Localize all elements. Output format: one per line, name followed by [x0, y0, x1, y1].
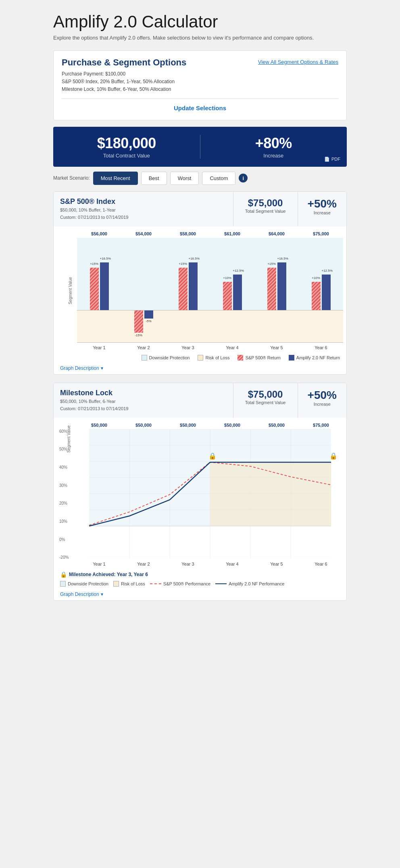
scenario-best-button[interactable]: Best	[141, 172, 167, 185]
sp500-year5-bars: +15% +16.5%	[254, 238, 299, 310]
sp500-bar-top-2: $54,000	[121, 231, 166, 236]
sp500-segment-header: S&P 500® Index $50,000, 10% Buffer, 1-Ye…	[54, 192, 346, 226]
sp500-legend-downside-label: Downside Protection	[149, 355, 190, 360]
contract-value-label: Total Contract Value	[63, 153, 190, 159]
milestone-legend-sp-line	[150, 583, 161, 584]
milestone-increase-label: Increase	[308, 402, 337, 407]
milestone-x-year5: Year 5	[254, 562, 299, 566]
sp500-graph-desc-link[interactable]: Graph Description ▾	[57, 365, 343, 371]
milestone-sub1: $50,000, 10% Buffer, 6-Year	[60, 398, 227, 405]
sp500-legend-nf-label: Amplify 2.0 NF Return	[296, 355, 340, 360]
milestone-chart-wrapper: Segment Value $50,000 $50,000 $50,000 $5…	[57, 423, 343, 566]
sp500-increase: +50%	[308, 197, 337, 210]
sp500-year3-sp-bar: +15%	[179, 268, 188, 310]
update-selections-button[interactable]: Update Selections	[174, 105, 226, 111]
milestone-y-10: 10%	[59, 519, 69, 524]
sp500-sub1: $50,000, 10% Buffer, 1-Year	[60, 207, 227, 214]
sp500-header-left: S&P 500® Index $50,000, 10% Buffer, 1-Ye…	[54, 192, 233, 226]
sp500-legend-risk-box	[198, 355, 203, 361]
milestone-chart-container: Segment Value $50,000 $50,000 $50,000 $5…	[54, 418, 346, 600]
page-title: Amplify 2.0 Calculator	[53, 12, 347, 31]
pdf-label: PDF	[331, 157, 340, 161]
sp500-x-axis: Year 1 Year 2 Year 3 Year 4 Year 5 Year …	[77, 345, 343, 350]
milestone-graph-desc-link[interactable]: Graph Description ▾	[57, 591, 343, 597]
info-icon[interactable]: i	[239, 174, 248, 182]
sp500-year5-nf-bar: +16.5%	[277, 262, 286, 310]
sp500-bar-top-5: $64,000	[254, 231, 299, 236]
purchase-detail-3: Milestone Lock, 10% Buffer, 6-Year, 50% …	[62, 86, 338, 93]
milestone-x-year1: Year 1	[77, 562, 121, 566]
purchase-detail-1: Purchase Payment: $100,000	[62, 70, 338, 78]
milestone-achieved-text: Milestone Achieved: Year 3, Year 6	[69, 572, 148, 577]
sp500-x-year6: Year 6	[299, 345, 343, 350]
milestone-top-4: $50,000	[210, 423, 254, 428]
sp500-legend-downside: Downside Protection	[142, 355, 190, 361]
milestone-segment-name: Milestone Lock	[60, 389, 227, 397]
milestone-top-2: $50,000	[121, 423, 166, 428]
sp500-year4-sp-bar: +10%	[223, 282, 232, 310]
sp500-year2-neg-sp: -15%	[134, 310, 143, 337]
sp500-bar-top-6: $75,000	[299, 231, 343, 236]
sp500-graph-desc-label: Graph Description	[60, 365, 99, 371]
scenario-custom-button[interactable]: Custom	[202, 172, 235, 185]
sp500-x-year4: Year 4	[210, 345, 254, 350]
sp500-year6-bars: +10% +12.5%	[299, 238, 343, 310]
sp500-year3-bars: +15% +16.5%	[166, 238, 210, 310]
sp500-top-values: $56,000 $54,000 $58,000 $61,000 $64,000 …	[77, 231, 343, 236]
scenario-worst-button[interactable]: Worst	[170, 172, 199, 185]
milestone-legend-downside-label: Downside Protection	[68, 581, 108, 586]
milestone-top-6: $75,000	[299, 423, 343, 428]
sp500-x-year3: Year 3	[166, 345, 210, 350]
sp500-year4-nf-bar: +12.5%	[233, 275, 242, 310]
milestone-chart: 60% 50% 40% 30% 20% 10% 0% -20%	[77, 429, 343, 560]
milestone-x-axis: Year 1 Year 2 Year 3 Year 4 Year 5 Year …	[77, 562, 343, 566]
purchase-options-card: Purchase & Segment Options View All Segm…	[53, 50, 347, 120]
milestone-top-5: $50,000	[254, 423, 299, 428]
sp500-negative-bars: -15% -5%	[77, 310, 343, 343]
sp500-bar-top-3: $58,000	[166, 231, 210, 236]
sp500-year2-neg: -15% -5%	[121, 310, 166, 337]
sp500-legend-downside-box	[142, 355, 147, 361]
milestone-sub2: Custom: 07/21/2013 to 07/14/2019	[60, 405, 227, 412]
milestone-increase: +50%	[308, 389, 337, 402]
milestone-y-40: 40%	[59, 465, 69, 470]
milestone-x-year2: Year 2	[121, 562, 166, 566]
page-subtitle: Explore the options that Amplify 2.0 off…	[53, 35, 347, 41]
sp500-year4-bars: +10% +12.5%	[210, 238, 254, 310]
sp500-x-year1: Year 1	[77, 345, 121, 350]
contract-value: $180,000	[63, 135, 190, 152]
sp500-total-value: $75,000	[243, 197, 288, 209]
purchase-card-title: Purchase & Segment Options	[62, 57, 186, 68]
purchase-detail-2: S&P 500® Index, 20% Buffer, 1-Year, 50% …	[62, 78, 338, 86]
milestone-total-value: $75,000	[243, 389, 288, 400]
contract-value-section: $180,000 Total Contract Value	[63, 135, 200, 159]
sp500-x-year5: Year 5	[254, 345, 299, 350]
milestone-y-50: 50%	[59, 447, 69, 451]
sp500-bar-top-1: $56,000	[77, 231, 121, 236]
milestone-y-30: 30%	[59, 483, 69, 488]
summary-banner: $180,000 Total Contract Value +80% Incre…	[53, 127, 347, 167]
milestone-achieved-badge: 🔒 Milestone Achieved: Year 3, Year 6	[60, 571, 148, 578]
milestone-legend-sp: S&P 500® Performance	[150, 581, 210, 587]
scenario-selector: Market Scenario: Most Recent Best Worst …	[53, 172, 347, 185]
pdf-icon: 📄	[324, 157, 330, 162]
scenario-label: Market Scenario:	[53, 175, 90, 181]
sp500-bar-top-4: $61,000	[210, 231, 254, 236]
view-all-rates-link[interactable]: View All Segment Options & Rates	[258, 57, 338, 65]
milestone-y-20: 20%	[59, 501, 69, 505]
pdf-button[interactable]: 📄 PDF	[324, 157, 340, 162]
milestone-legend-nf: Amplify 2.0 NF Performance	[215, 581, 284, 587]
sp500-legend-sp: S&P 500® Return	[237, 355, 280, 361]
scenario-most-recent-button[interactable]: Most Recent	[93, 172, 138, 185]
sp500-chart: +15% +16.5%	[77, 238, 343, 343]
sp500-legend-risk-label: Risk of Loss	[205, 355, 229, 360]
milestone-legend-downside-box	[60, 581, 66, 587]
sp500-year6-nf-bar: +12.5%	[322, 275, 331, 310]
milestone-top-3: $50,000	[166, 423, 210, 428]
sp500-positive-bars: +15% +16.5%	[77, 238, 343, 310]
sp500-year5-sp-bar: +15%	[267, 268, 276, 310]
sp500-increase-label: Increase	[308, 210, 337, 215]
milestone-top-values: $50,000 $50,000 $50,000 $50,000 $50,000 …	[77, 423, 343, 428]
sp500-chevron-down-icon: ▾	[101, 365, 103, 371]
milestone-lock-year3-icon: 🔒	[208, 452, 217, 460]
